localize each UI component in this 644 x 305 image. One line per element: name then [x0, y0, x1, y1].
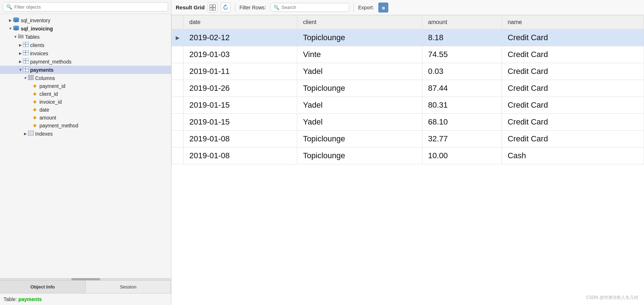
grid-view-btn[interactable]	[208, 3, 218, 13]
sidebar-item-payment_methods[interactable]: ▶ payment_methods	[0, 57, 171, 66]
field-icon	[33, 123, 37, 128]
cell-amount: 32.77	[422, 131, 502, 147]
cell-amount: 68.10	[422, 114, 502, 131]
sidebar-item-invoices[interactable]: ▶ invoices	[0, 49, 171, 57]
filter-input-wrapper[interactable]: 🔍	[3, 2, 168, 11]
cell-date: 2019-02-12	[184, 29, 297, 46]
cell-client: Topiclounge	[297, 131, 422, 147]
table-row[interactable]: ▶2019-02-12Topiclounge8.18Credit Card	[172, 29, 644, 46]
cell-date: 2019-01-08	[184, 131, 297, 147]
chevron-icon: ▼	[8, 27, 13, 30]
result-grid[interactable]: date client amount name ▶2019-02-12Topic…	[171, 15, 644, 305]
db-icon	[13, 25, 19, 32]
cell-date: 2019-01-15	[184, 114, 297, 131]
sidebar-item-date[interactable]: date	[0, 106, 171, 114]
cell-amount: 74.55	[422, 46, 502, 63]
row-arrow	[172, 131, 184, 147]
table-icon	[23, 58, 29, 65]
sidebar-item-columns[interactable]: ▼ Columns	[0, 74, 171, 82]
columns-icon	[28, 75, 34, 81]
svg-marker-27	[33, 116, 37, 119]
sidebar-item-tables[interactable]: ▼ Tables	[0, 33, 171, 41]
export-btn[interactable]: ⊞	[378, 3, 388, 13]
sidebar-item-payment_method[interactable]: payment_method	[0, 122, 171, 130]
sidebar-label-payments: payments	[30, 67, 53, 73]
sidebar-item-payment_id[interactable]: payment_id	[0, 82, 171, 90]
svg-rect-29	[28, 131, 34, 136]
field-icon	[33, 91, 37, 97]
sidebar-item-indexes[interactable]: ▶ Indexes	[0, 130, 171, 138]
chevron-icon: ▼	[13, 35, 18, 39]
object-info-bar: Table: payments	[0, 293, 171, 305]
search-input[interactable]	[281, 5, 339, 10]
sidebar-item-payments[interactable]: ▼ payments	[0, 66, 171, 74]
svg-rect-7	[18, 34, 20, 36]
table-header-row: date client amount name	[172, 15, 644, 29]
table-row[interactable]: 2019-01-08Topiclounge10.00Cash	[172, 147, 644, 164]
cell-date: 2019-01-15	[184, 97, 297, 114]
cell-date: 2019-01-11	[184, 63, 297, 80]
sidebar-item-clients[interactable]: ▶ clients	[0, 41, 171, 49]
sidebar: 🔍 ▶ sql_inventory ▼	[0, 0, 171, 305]
cell-amount: 87.44	[422, 80, 502, 97]
filter-input[interactable]	[14, 4, 165, 10]
sidebar-item-sql_invoicing[interactable]: ▼ sql_invoicing	[0, 24, 171, 33]
sidebar-label-tables: Tables	[25, 34, 39, 40]
col-header-name[interactable]: name	[502, 15, 644, 29]
row-arrow	[172, 114, 184, 131]
table-icon	[23, 50, 29, 56]
refresh-btn[interactable]	[221, 3, 231, 13]
table-icon	[23, 42, 29, 48]
chevron-icon: ▼	[18, 68, 23, 72]
svg-marker-26	[33, 108, 37, 112]
sidebar-item-invoice_id[interactable]: invoice_id	[0, 98, 171, 106]
cell-amount: 80.31	[422, 97, 502, 114]
cell-amount: 0.03	[422, 63, 502, 80]
svg-text:⊞: ⊞	[382, 6, 385, 10]
table-row[interactable]: 2019-01-26Topiclounge87.44Credit Card	[172, 80, 644, 97]
indexes-icon	[28, 131, 34, 137]
table-row[interactable]: 2019-01-08Topiclounge32.77Credit Card	[172, 131, 644, 147]
sidebar-item-amount[interactable]: amount	[0, 114, 171, 122]
tab-object-info[interactable]: Object Info	[0, 281, 86, 293]
field-icon	[33, 99, 37, 105]
toolbar-separator	[235, 3, 235, 12]
col-header-date[interactable]: date	[184, 15, 297, 29]
sidebar-label-columns: Columns	[35, 75, 55, 81]
table-row[interactable]: 2019-01-15Yadel80.31Credit Card	[172, 97, 644, 114]
col-header-amount[interactable]: amount	[422, 15, 502, 29]
cell-name: Credit Card	[502, 131, 644, 147]
cell-name: Credit Card	[502, 80, 644, 97]
chevron-icon: ▶	[23, 132, 28, 136]
filter-bar: 🔍	[0, 0, 171, 14]
object-info-label: Table:	[4, 296, 17, 302]
table-body: ▶2019-02-12Topiclounge8.18Credit Card201…	[172, 29, 644, 164]
svg-marker-28	[33, 124, 37, 127]
tree-area: ▶ sql_inventory ▼ sql_invoicing	[0, 14, 171, 278]
data-table: date client amount name ▶2019-02-12Topic…	[171, 15, 644, 164]
main-panel: Result Grid Filter Rows: 🔍	[171, 0, 644, 305]
cell-client: Yadel	[297, 97, 422, 114]
table-row[interactable]: 2019-01-03Vinte74.55Credit Card	[172, 46, 644, 63]
row-arrow	[172, 147, 184, 164]
sidebar-label-date: date	[39, 107, 49, 113]
tab-session[interactable]: Session	[86, 281, 171, 293]
row-arrow	[172, 46, 184, 63]
svg-rect-11	[23, 50, 29, 55]
row-arrow	[172, 63, 184, 80]
chevron-icon: ▶	[18, 51, 23, 55]
field-icon	[33, 83, 37, 89]
svg-rect-30	[210, 5, 212, 7]
search-wrapper[interactable]: 🔍	[270, 3, 349, 12]
toolbar: Result Grid Filter Rows: 🔍	[171, 0, 644, 15]
result-grid-label: Result Grid	[176, 4, 205, 10]
sidebar-item-client_id[interactable]: client_id	[0, 90, 171, 98]
sidebar-item-sql_inventory[interactable]: ▶ sql_inventory	[0, 16, 171, 24]
cell-name: Credit Card	[502, 63, 644, 80]
table-row[interactable]: 2019-01-15Yadel68.10Credit Card	[172, 114, 644, 131]
col-header-client[interactable]: client	[297, 15, 422, 29]
svg-marker-23	[33, 84, 37, 88]
field-icon	[33, 115, 37, 121]
table-row[interactable]: 2019-01-11Yadel0.03Credit Card	[172, 63, 644, 80]
search-icon: 🔍	[274, 5, 279, 10]
